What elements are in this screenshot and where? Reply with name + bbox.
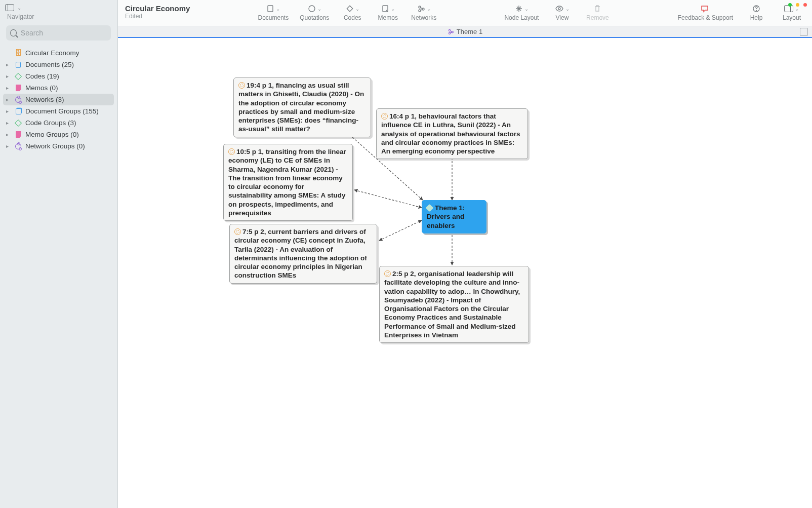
project-status: Edited	[125, 13, 190, 20]
node-text: 16:4 p 1, behavioural factors that influ…	[381, 112, 520, 155]
sidebar-item-label: Memos (0)	[25, 84, 58, 92]
snowflake-icon	[515, 5, 523, 13]
quotation-node[interactable]: 16:4 p 1, behavioural factors that influ…	[376, 108, 528, 159]
toolbar-label: Layout	[783, 14, 801, 21]
chevron-down-icon[interactable]: ⌄	[17, 5, 21, 11]
panel-toggle-icon[interactable]	[5, 4, 14, 11]
window-controls	[788, 3, 807, 7]
node-text: 2:5 p 2, organisational leadership will …	[384, 270, 520, 339]
svg-line-16	[379, 220, 422, 241]
toolbar-label: View	[556, 14, 569, 21]
quotation-icon	[308, 5, 316, 13]
sidebar-item-label: Circular Economy	[25, 49, 79, 57]
svg-rect-0	[268, 6, 273, 12]
codes-button[interactable]: ⌄ Codes	[340, 4, 364, 21]
quotation-icon	[238, 82, 245, 89]
quotation-icon	[234, 228, 241, 235]
document-icon	[16, 62, 21, 68]
toolbar-label: Codes	[344, 14, 361, 21]
diamond-icon	[426, 204, 434, 212]
toolbar-group-insert: ⌄ Documents ⌄ Quotations ⌄ Codes ⌄ Memos…	[258, 4, 437, 21]
memos-button[interactable]: ⌄ Memos	[376, 4, 400, 21]
toolbar: Circular Economy Edited ⌄ Documents ⌄ Qu…	[118, 0, 812, 26]
navigator-title: Navigator	[0, 13, 117, 23]
traffic-red[interactable]	[803, 3, 807, 7]
quotation-icon	[228, 148, 235, 155]
diamond-icon	[346, 5, 354, 13]
network-tab-bar: Theme 1	[118, 26, 812, 38]
layout-button[interactable]: ⌄ Layout	[780, 4, 804, 21]
memo-icon	[16, 131, 21, 138]
toolbar-label: Networks	[411, 14, 436, 21]
memo-icon	[16, 85, 21, 91]
sidebar-item-doc-groups[interactable]: ▸ Document Groups (155)	[3, 105, 114, 117]
sidebar-item-label: Codes (19)	[25, 72, 59, 80]
network-icon	[15, 97, 21, 103]
sidebar-item-label: Document Groups (155)	[25, 107, 99, 115]
view-button[interactable]: ⌄ View	[550, 4, 574, 21]
traffic-green[interactable]	[788, 3, 792, 7]
networks-button[interactable]: ⌄ Networks	[411, 4, 436, 21]
code-node-theme1[interactable]: Theme 1: Drivers and enablers	[422, 200, 486, 233]
sidebar-item-code-groups[interactable]: ▸ Code Groups (3)	[3, 117, 114, 129]
document-icon	[266, 5, 274, 13]
feedback-button[interactable]: Feedback & Support	[678, 4, 733, 21]
sidebar-item-memo-groups[interactable]: ▸ Memo Groups (0)	[3, 129, 114, 140]
help-icon	[752, 5, 760, 13]
quotations-button[interactable]: ⌄ Quotations	[300, 4, 329, 21]
sidebar-item-label: Memo Groups (0)	[25, 131, 79, 138]
svg-point-9	[756, 11, 756, 11]
diamond-icon	[15, 72, 22, 80]
quotation-node[interactable]: 10:5 p 1, transiting from the linear eco…	[223, 144, 353, 221]
toolbar-group-help: Feedback & Support Help ⌄ Layout	[678, 4, 804, 21]
sidebar-item-codes[interactable]: ▸ Codes (19)	[3, 70, 114, 82]
quotation-icon	[384, 270, 391, 277]
sidebar-item-label: Networks (3)	[25, 96, 64, 103]
quotation-node[interactable]: 7:5 p 2, current barriers and drivers of…	[229, 224, 377, 284]
tab-label[interactable]: Theme 1	[457, 28, 482, 35]
eye-icon	[555, 5, 564, 13]
sidebar-item-network-groups[interactable]: ▸ Network Groups (0)	[3, 140, 114, 152]
quotation-node[interactable]: 2:5 p 2, organisational leadership will …	[379, 266, 529, 343]
remove-button[interactable]: Remove	[585, 4, 610, 21]
sidebar-item-memos[interactable]: ▸ Memos (0)	[3, 82, 114, 94]
main-area: Circular Economy Edited ⌄ Documents ⌄ Qu…	[117, 0, 812, 508]
navigator-tree: ▸🗄 Circular Economy ▸ Documents (25) ▸ C…	[0, 45, 117, 154]
sidebar-item-documents[interactable]: ▸ Documents (25)	[3, 59, 114, 70]
search-icon	[10, 29, 17, 36]
network-canvas[interactable]: 19:4 p 1, financing as usual still matte…	[118, 38, 812, 508]
svg-rect-2	[347, 6, 352, 11]
briefcase-icon: 🗄	[14, 49, 22, 57]
toolbar-label: Memos	[378, 14, 398, 21]
svg-point-7	[558, 8, 560, 10]
toolbar-label: Node Layout	[504, 14, 539, 21]
traffic-yellow[interactable]	[796, 3, 799, 7]
node-text: 7:5 p 2, current barriers and drivers of…	[234, 228, 367, 279]
quotation-node[interactable]: 19:4 p 1, financing as usual still matte…	[233, 77, 371, 137]
sidebar-item-label: Network Groups (0)	[25, 142, 85, 150]
quotation-icon	[381, 113, 388, 120]
project-title: Circular Economy	[125, 4, 190, 13]
memo-icon	[381, 5, 389, 13]
panel-split-icon[interactable]	[800, 28, 808, 36]
diamond-icon	[15, 119, 22, 126]
sidebar-item-label: Documents (25)	[25, 61, 74, 68]
node-layout-button[interactable]: ⌄ Node Layout	[504, 4, 539, 21]
network-icon	[417, 5, 425, 13]
help-button[interactable]: Help	[744, 4, 768, 21]
trash-icon	[593, 5, 601, 13]
sidebar-item-label: Code Groups (3)	[25, 119, 76, 127]
svg-line-15	[354, 190, 422, 208]
sidebar-item-project[interactable]: ▸🗄 Circular Economy	[3, 47, 114, 59]
svg-point-1	[309, 6, 315, 12]
search-field[interactable]	[20, 28, 107, 37]
toolbar-label: Remove	[586, 14, 609, 21]
navigator-sidebar: ⌄ Navigator ▸🗄 Circular Economy ▸ Docume…	[0, 0, 117, 508]
documents-button[interactable]: ⌄ Documents	[258, 4, 289, 21]
toolbar-group-view: ⌄ Node Layout ⌄ View Remove	[504, 4, 610, 21]
network-icon	[448, 28, 454, 35]
document-group-icon	[16, 108, 21, 114]
node-text: 19:4 p 1, financing as usual still matte…	[238, 82, 364, 133]
sidebar-item-networks[interactable]: ▸ Networks (3)	[3, 94, 114, 105]
search-input[interactable]	[6, 25, 111, 41]
